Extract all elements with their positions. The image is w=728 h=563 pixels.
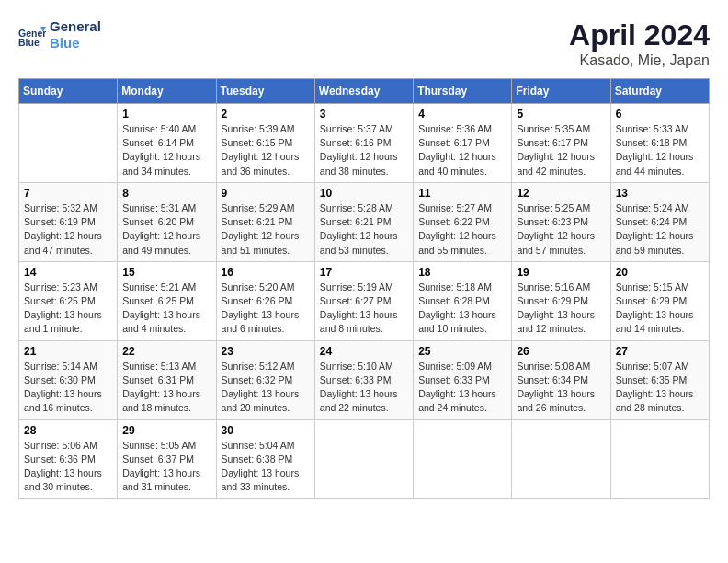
calendar-cell: 25Sunrise: 5:09 AMSunset: 6:33 PMDayligh… [414,340,512,419]
day-number: 2 [222,108,310,121]
day-info: Sunrise: 5:08 AMSunset: 6:34 PMDaylight:… [517,360,605,416]
day-info: Sunrise: 5:16 AMSunset: 6:29 PMDaylight:… [517,281,605,337]
month-title: April 2024 [569,18,710,52]
calendar-cell: 24Sunrise: 5:10 AMSunset: 6:33 PMDayligh… [314,340,413,419]
weekday-wednesday: Wednesday [314,79,413,104]
day-info: Sunrise: 5:18 AMSunset: 6:28 PMDaylight:… [418,281,506,337]
day-info: Sunrise: 5:32 AMSunset: 6:19 PMDaylight:… [24,201,112,258]
day-info: Sunrise: 5:27 AMSunset: 6:22 PMDaylight:… [418,201,506,258]
day-info: Sunrise: 5:33 AMSunset: 6:18 PMDaylight:… [616,122,704,178]
logo-icon: General Blue [18,21,46,49]
calendar-cell [414,419,512,499]
day-number: 7 [24,187,112,200]
day-info: Sunrise: 5:15 AMSunset: 6:29 PMDaylight:… [616,281,704,337]
calendar-cell: 1Sunrise: 5:40 AMSunset: 6:14 PMDaylight… [118,104,216,183]
calendar-cell [610,419,709,499]
day-info: Sunrise: 5:29 AMSunset: 6:21 PMDaylight:… [222,201,310,258]
calendar-cell: 23Sunrise: 5:12 AMSunset: 6:32 PMDayligh… [216,340,314,419]
logo-line1: General [50,18,101,35]
calendar-cell: 27Sunrise: 5:07 AMSunset: 6:35 PMDayligh… [610,340,709,419]
calendar-cell [512,419,610,499]
day-number: 12 [517,187,605,200]
day-info: Sunrise: 5:19 AMSunset: 6:27 PMDaylight:… [320,281,408,337]
calendar-cell: 8Sunrise: 5:31 AMSunset: 6:20 PMDaylight… [118,182,216,261]
calendar-cell: 21Sunrise: 5:14 AMSunset: 6:30 PMDayligh… [19,340,118,419]
day-number: 30 [222,424,310,437]
day-number: 25 [418,345,506,358]
calendar-cell: 15Sunrise: 5:21 AMSunset: 6:25 PMDayligh… [118,261,216,340]
calendar-cell: 16Sunrise: 5:20 AMSunset: 6:26 PMDayligh… [216,261,314,340]
day-number: 10 [320,187,408,200]
day-info: Sunrise: 5:23 AMSunset: 6:25 PMDaylight:… [24,281,112,337]
calendar-cell: 30Sunrise: 5:04 AMSunset: 6:38 PMDayligh… [216,419,314,499]
title-area: April 2024 Kasado, Mie, Japan [569,18,710,69]
day-info: Sunrise: 5:24 AMSunset: 6:24 PMDaylight:… [616,201,704,258]
svg-text:Blue: Blue [18,37,40,48]
calendar-cell: 14Sunrise: 5:23 AMSunset: 6:25 PMDayligh… [19,261,118,340]
calendar-cell: 29Sunrise: 5:05 AMSunset: 6:37 PMDayligh… [118,419,216,499]
day-info: Sunrise: 5:21 AMSunset: 6:25 PMDaylight:… [122,281,210,337]
day-number: 20 [616,266,704,279]
day-number: 6 [616,108,704,121]
day-number: 15 [122,266,210,279]
calendar-cell: 17Sunrise: 5:19 AMSunset: 6:27 PMDayligh… [314,261,413,340]
calendar-cell: 22Sunrise: 5:13 AMSunset: 6:31 PMDayligh… [118,340,216,419]
day-number: 8 [122,187,210,200]
week-row-4: 21Sunrise: 5:14 AMSunset: 6:30 PMDayligh… [19,340,710,419]
weekday-sunday: Sunday [19,79,118,104]
day-number: 1 [122,108,210,121]
day-info: Sunrise: 5:36 AMSunset: 6:17 PMDaylight:… [418,122,506,178]
week-row-5: 28Sunrise: 5:06 AMSunset: 6:36 PMDayligh… [19,419,710,499]
day-number: 18 [418,266,506,279]
day-number: 29 [122,424,210,437]
day-info: Sunrise: 5:28 AMSunset: 6:21 PMDaylight:… [320,201,408,258]
day-number: 13 [616,187,704,200]
calendar-body: 1Sunrise: 5:40 AMSunset: 6:14 PMDaylight… [19,104,710,499]
day-number: 23 [222,345,310,358]
page-header: General Blue General Blue April 2024 Kas… [18,18,710,69]
day-info: Sunrise: 5:39 AMSunset: 6:15 PMDaylight:… [222,122,310,178]
day-number: 24 [320,345,408,358]
day-info: Sunrise: 5:25 AMSunset: 6:23 PMDaylight:… [517,201,605,258]
day-number: 19 [517,266,605,279]
day-number: 3 [320,108,408,121]
calendar-cell: 7Sunrise: 5:32 AMSunset: 6:19 PMDaylight… [19,182,118,261]
day-info: Sunrise: 5:12 AMSunset: 6:32 PMDaylight:… [222,360,310,416]
week-row-2: 7Sunrise: 5:32 AMSunset: 6:19 PMDaylight… [19,182,710,261]
weekday-saturday: Saturday [610,79,709,104]
calendar-cell: 18Sunrise: 5:18 AMSunset: 6:28 PMDayligh… [414,261,512,340]
calendar-cell: 19Sunrise: 5:16 AMSunset: 6:29 PMDayligh… [512,261,610,340]
weekday-monday: Monday [118,79,216,104]
day-number: 17 [320,266,408,279]
calendar-cell: 4Sunrise: 5:36 AMSunset: 6:17 PMDaylight… [414,104,512,183]
calendar-cell [314,419,413,499]
location-title: Kasado, Mie, Japan [569,52,710,69]
day-info: Sunrise: 5:13 AMSunset: 6:31 PMDaylight:… [122,360,210,416]
day-number: 14 [24,266,112,279]
calendar-cell: 2Sunrise: 5:39 AMSunset: 6:15 PMDaylight… [216,104,314,183]
calendar-table: SundayMondayTuesdayWednesdayThursdayFrid… [18,78,710,499]
day-number: 5 [517,108,605,121]
calendar-cell [19,104,118,183]
day-info: Sunrise: 5:07 AMSunset: 6:35 PMDaylight:… [616,360,704,416]
weekday-header-row: SundayMondayTuesdayWednesdayThursdayFrid… [19,79,710,104]
day-number: 26 [517,345,605,358]
calendar-cell: 11Sunrise: 5:27 AMSunset: 6:22 PMDayligh… [414,182,512,261]
calendar-cell: 28Sunrise: 5:06 AMSunset: 6:36 PMDayligh… [19,419,118,499]
day-number: 28 [24,424,112,437]
calendar-cell: 5Sunrise: 5:35 AMSunset: 6:17 PMDaylight… [512,104,610,183]
calendar-cell: 13Sunrise: 5:24 AMSunset: 6:24 PMDayligh… [610,182,709,261]
logo-line2: Blue [50,35,101,52]
calendar-cell: 3Sunrise: 5:37 AMSunset: 6:16 PMDaylight… [314,104,413,183]
day-info: Sunrise: 5:40 AMSunset: 6:14 PMDaylight:… [122,122,210,178]
calendar-cell: 12Sunrise: 5:25 AMSunset: 6:23 PMDayligh… [512,182,610,261]
day-number: 11 [418,187,506,200]
day-number: 27 [616,345,704,358]
calendar-cell: 10Sunrise: 5:28 AMSunset: 6:21 PMDayligh… [314,182,413,261]
calendar-cell: 9Sunrise: 5:29 AMSunset: 6:21 PMDaylight… [216,182,314,261]
weekday-thursday: Thursday [414,79,512,104]
day-number: 16 [222,266,310,279]
day-info: Sunrise: 5:09 AMSunset: 6:33 PMDaylight:… [418,360,506,416]
logo: General Blue General Blue [18,18,101,52]
day-number: 9 [222,187,310,200]
